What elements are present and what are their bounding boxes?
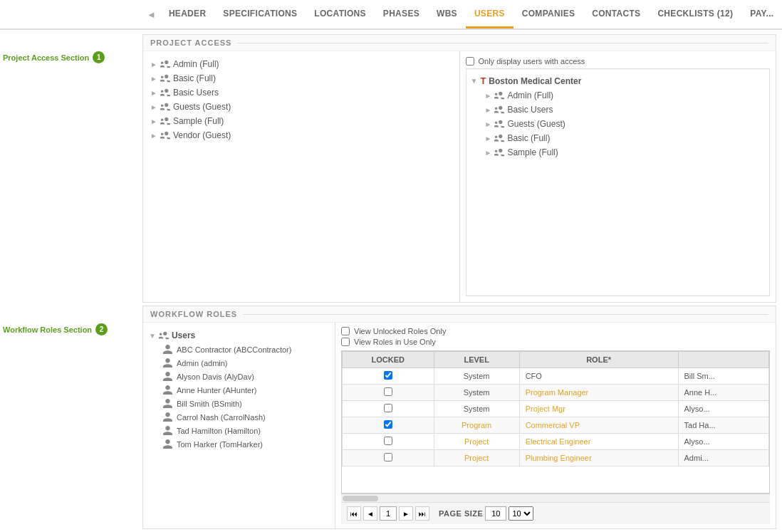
horizontal-scrollbar[interactable]	[341, 494, 770, 502]
nav-tab[interactable]: CHECKLISTS (12)	[649, 0, 741, 28]
td-level: Program	[434, 417, 519, 434]
wr-user-item[interactable]: Anne Hunter (AHunter)	[152, 383, 329, 397]
td-person: Alyso...	[678, 401, 768, 417]
table-row[interactable]: System CFO Bill Sm...	[343, 368, 769, 385]
only-display-row: Only display users with access	[466, 57, 771, 66]
td-locked[interactable]	[343, 385, 434, 401]
pa-left-item[interactable]: ► Sample (Full)	[149, 114, 454, 128]
page-size-input[interactable]	[485, 506, 506, 521]
section2-text: Workflow Roles Section	[3, 325, 92, 334]
bmc-child-item[interactable]: ► Sample (Full)	[484, 145, 766, 160]
workflow-roles-section: WORKFLOW ROLES ▼ Users ABC Contractor (A…	[142, 306, 776, 529]
nav-tab[interactable]: LOCATIONS	[306, 0, 374, 28]
page-first-button[interactable]: ⏮	[347, 506, 361, 521]
pa-left-item[interactable]: ► Basic (Full)	[149, 71, 454, 85]
wr-user-item[interactable]: Admin (admin)	[152, 356, 329, 370]
td-person: Alyso...	[678, 434, 768, 450]
td-locked[interactable]	[343, 368, 434, 385]
nav-tab[interactable]: PHASES	[375, 0, 428, 28]
td-role: Commercial VP	[519, 417, 678, 434]
roles-table: LOCKED LEVEL ROLE* System CFO Bill Sm...…	[342, 351, 769, 466]
page-last-button[interactable]: ⏭	[415, 506, 429, 521]
view-inuse-checkbox[interactable]	[341, 338, 350, 346]
td-role: Electrical Engineer	[519, 434, 678, 450]
bmc-child-item[interactable]: ► Basic Users	[484, 103, 766, 117]
pa-left-item[interactable]: ► Guests (Guest)	[149, 100, 454, 114]
col-locked: LOCKED	[343, 352, 434, 368]
nav-arrow[interactable]: ◄	[142, 0, 160, 28]
td-person: Bill Sm...	[678, 368, 768, 385]
td-level: System	[434, 401, 519, 417]
page-current-input[interactable]	[380, 506, 397, 521]
table-row[interactable]: Project Electrical Engineer Alyso...	[343, 434, 769, 450]
view-unlocked-label: View Unlocked Roles Only	[354, 327, 446, 335]
td-locked[interactable]	[343, 434, 434, 450]
table-row[interactable]: System Program Manager Anne H...	[343, 385, 769, 401]
table-row[interactable]: Program Commercial VP Tad Ha...	[343, 417, 769, 434]
view-inuse-row: View Roles in Use Only	[341, 338, 770, 346]
td-role: Program Manager	[519, 385, 678, 401]
page-prev-button[interactable]: ◄	[363, 506, 377, 521]
nav-tab[interactable]: COMPANIES	[513, 0, 583, 28]
wr-user-item[interactable]: Tad Hamilton (Hamilton)	[152, 424, 329, 437]
td-role: CFO	[519, 368, 678, 385]
bmc-child-item[interactable]: ► Basic (Full)	[484, 131, 766, 145]
view-unlocked-checkbox[interactable]	[341, 327, 350, 335]
section2-badge: 2	[95, 323, 108, 335]
pa-left-item[interactable]: ► Basic Users	[149, 85, 454, 100]
nav-tab[interactable]: CONTACTS	[583, 0, 649, 28]
project-access-left-panel: ► Admin (Full)► Basic (Full)► Basic User…	[143, 51, 460, 302]
td-person: Tad Ha...	[678, 417, 768, 434]
col-level: LEVEL	[434, 352, 519, 368]
bmc-tree: ▼ T Boston Medical Center ► Admin (Full)…	[466, 68, 771, 296]
nav-tab[interactable]: WBS	[428, 0, 466, 28]
td-level: Project	[434, 434, 519, 450]
section1-label: Project Access Section 1	[3, 51, 105, 63]
td-level: System	[434, 368, 519, 385]
table-row[interactable]: System Project Mgr Alyso...	[343, 401, 769, 417]
bmc-child-item[interactable]: ► Guests (Guest)	[484, 117, 766, 131]
wr-user-item[interactable]: Bill Smith (BSmith)	[152, 397, 329, 410]
page-next-button[interactable]: ►	[399, 506, 413, 521]
only-display-checkbox[interactable]	[466, 57, 474, 66]
nav-tab[interactable]: USERS	[466, 0, 513, 28]
wr-user-item[interactable]: Carrol Nash (CarrolNash)	[152, 410, 329, 424]
wr-user-item[interactable]: ABC Contractor (ABCContractor)	[152, 343, 329, 356]
users-group-icon	[159, 330, 169, 340]
workflow-roles-left-panel: ▼ Users ABC Contractor (ABCContractor) A…	[143, 323, 335, 528]
roles-table-container: LOCKED LEVEL ROLE* System CFO Bill Sm...…	[341, 350, 770, 494]
view-unlocked-row: View Unlocked Roles Only	[341, 327, 770, 335]
workflow-roles-header: WORKFLOW ROLES	[143, 306, 776, 323]
workflow-roles-right-panel: View Unlocked Roles Only View Roles in U…	[335, 323, 776, 528]
pa-left-item[interactable]: ► Vendor (Guest)	[149, 128, 454, 142]
section1-badge: 1	[93, 51, 105, 63]
td-locked[interactable]	[343, 450, 434, 466]
view-inuse-label: View Roles in Use Only	[354, 338, 436, 346]
td-locked[interactable]	[343, 417, 434, 434]
td-level: Project	[434, 450, 519, 466]
project-access-section: PROJECT ACCESS ► Admin (Full)► Basic (Fu…	[142, 34, 776, 303]
wr-user-item[interactable]: Alyson Davis (AlyDav)	[152, 370, 329, 383]
page-size-select[interactable]: 10 25 50	[509, 506, 533, 521]
td-role: Project Mgr	[519, 401, 678, 417]
section2-label: Workflow Roles Section 2	[3, 323, 108, 335]
col-person	[678, 352, 768, 368]
td-locked[interactable]	[343, 401, 434, 417]
wr-user-item[interactable]: Tom Harker (TomHarker)	[152, 437, 329, 451]
bmc-child-item[interactable]: ► Admin (Full)	[484, 88, 766, 103]
project-access-header: PROJECT ACCESS	[143, 35, 776, 51]
col-role: ROLE*	[519, 352, 678, 368]
td-role: Plumbing Engineer	[519, 450, 678, 466]
bmc-header[interactable]: ▼ T Boston Medical Center	[471, 73, 766, 88]
nav-tab[interactable]: HEADER	[160, 0, 214, 28]
only-display-label: Only display users with access	[479, 57, 585, 66]
table-row[interactable]: Project Plumbing Engineer Admi...	[343, 450, 769, 466]
pa-left-item[interactable]: ► Admin (Full)	[149, 57, 454, 71]
td-person: Admi...	[678, 450, 768, 466]
nav-tab[interactable]: SPECIFICATIONS	[214, 0, 306, 28]
page-size-label: PAGE SIZE	[439, 509, 483, 518]
td-level: System	[434, 385, 519, 401]
section1-text: Project Access Section	[3, 53, 89, 62]
users-group-header[interactable]: ▼ Users	[149, 328, 329, 343]
nav-tab[interactable]: PAY...	[741, 0, 782, 28]
